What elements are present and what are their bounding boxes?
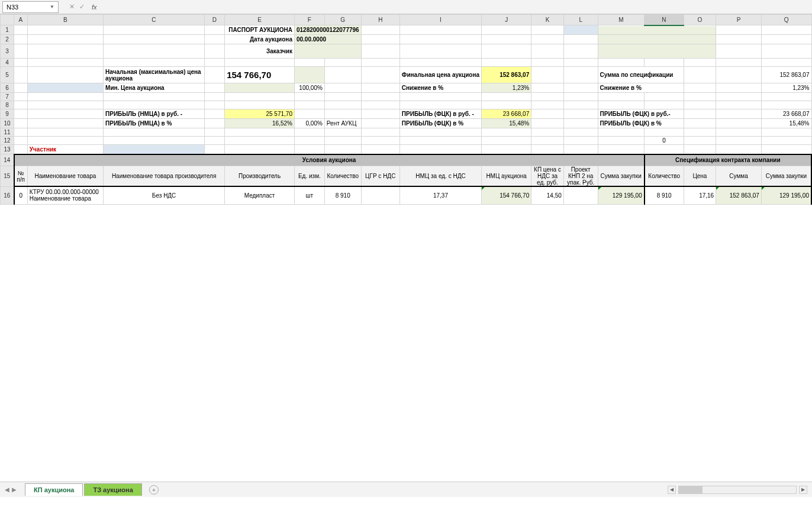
cell[interactable] [761,101,811,109]
cell[interactable] [225,59,295,67]
cell[interactable]: № п/п [14,166,28,187]
cell[interactable]: 0 [645,137,684,145]
cell[interactable] [716,128,762,137]
tab-kp-auction[interactable]: КП аукциона [25,483,83,496]
cell[interactable] [104,44,205,59]
cell[interactable]: 23 668,07 [482,109,531,119]
cell[interactable]: 17,16 [684,186,716,204]
cell[interactable]: 0,00% [294,119,324,128]
col-header-J[interactable]: J [482,15,531,25]
row-header-3[interactable]: 3 [1,44,14,59]
cell[interactable] [104,137,205,145]
cell[interactable]: ПРИБЫЛЬ (ФЦК) в руб.- [598,109,684,119]
cell[interactable]: 152 863,07 [761,67,811,83]
col-header-N[interactable]: N [645,15,684,25]
cell[interactable] [361,137,399,145]
cell[interactable] [294,128,324,137]
cell[interactable] [27,119,103,128]
select-all-corner[interactable] [1,15,14,25]
cell[interactable] [531,137,564,145]
col-header-Q[interactable]: Q [761,15,811,25]
cell[interactable] [294,44,361,59]
cell[interactable] [225,128,295,137]
cell[interactable] [104,128,205,137]
tab-tz-auction[interactable]: ТЗ аукциона [84,483,141,496]
fx-icon[interactable]: fx [92,4,97,11]
cell[interactable]: 23 668,07 [761,109,811,119]
col-header-B[interactable]: B [27,15,103,25]
add-sheet-button[interactable]: + [149,485,159,495]
cell[interactable] [531,25,564,35]
cell[interactable]: ПРИБЫЛЬ (НМЦА) в % [104,119,205,128]
cell[interactable] [204,35,224,44]
cell[interactable] [563,67,598,83]
cell[interactable] [598,93,645,101]
cell[interactable] [563,101,598,109]
cell[interactable] [598,25,716,35]
cell[interactable] [14,101,28,109]
cell[interactable] [716,145,762,154]
cell[interactable] [204,25,224,35]
row-header-4[interactable]: 4 [1,59,14,67]
cell[interactable] [482,101,531,109]
cell[interactable]: Количество [645,166,684,187]
cell[interactable] [361,119,399,128]
row-header-11[interactable]: 11 [1,128,14,137]
cell[interactable] [399,145,481,154]
cell[interactable] [645,93,684,101]
cell[interactable] [531,128,564,137]
cell[interactable]: шт [294,186,324,204]
formula-bar[interactable] [97,1,812,13]
cell[interactable] [563,186,598,204]
cell[interactable] [104,145,205,154]
cell[interactable]: 16,52% [225,119,295,128]
dropdown-icon[interactable]: ▼ [50,4,54,9]
cell[interactable] [598,35,716,44]
cell[interactable] [399,101,481,109]
cell[interactable]: 154 766,70 [482,186,531,204]
cell[interactable]: НМЦ за ед. с НДС [399,166,481,187]
cell[interactable]: ПРИБЫЛЬ (ФЦК) в % [598,119,684,128]
cell[interactable] [204,67,224,83]
cell[interactable] [761,25,811,35]
cell[interactable] [104,25,205,35]
cell[interactable] [531,93,564,101]
cell[interactable] [14,109,28,119]
cell[interactable] [598,145,645,154]
cell[interactable] [684,59,716,67]
cell[interactable] [482,145,531,154]
cell[interactable] [684,128,716,137]
cell[interactable] [104,59,205,67]
cell[interactable] [399,44,481,59]
cell[interactable] [204,83,224,93]
cell[interactable]: ПРИБЫЛЬ (НМЦА) в руб. - [104,109,205,119]
cell[interactable] [324,67,361,83]
cell[interactable] [324,83,361,93]
hscroll-right[interactable]: ▶ [799,486,807,494]
cell[interactable] [104,35,205,44]
cell[interactable] [482,128,531,137]
cell[interactable] [361,101,399,109]
cell[interactable]: 00.00.0000 [294,35,361,44]
row-header-2[interactable]: 2 [1,35,14,44]
tab-nav-next[interactable]: ▶ [12,486,17,493]
cell[interactable]: Цена [684,166,716,187]
cell[interactable]: Начальная (максимальная) цена аукциона [104,67,205,83]
cell[interactable] [684,119,716,128]
cell[interactable]: 100,00% [294,83,324,93]
cell[interactable]: 0128200000122077796 [294,25,361,35]
cell[interactable] [531,44,564,59]
cell[interactable]: Без НДС [104,186,225,204]
cell[interactable] [716,44,762,59]
cell[interactable] [294,93,324,101]
hscroll-left[interactable]: ◀ [668,486,676,494]
cell[interactable] [27,137,103,145]
cell[interactable] [645,128,684,137]
cell[interactable] [716,93,762,101]
cell[interactable] [531,67,564,83]
cell[interactable] [563,119,598,128]
cell[interactable] [204,44,224,59]
col-header-I[interactable]: I [399,15,481,25]
cell[interactable] [225,145,295,154]
cell[interactable] [563,25,598,35]
